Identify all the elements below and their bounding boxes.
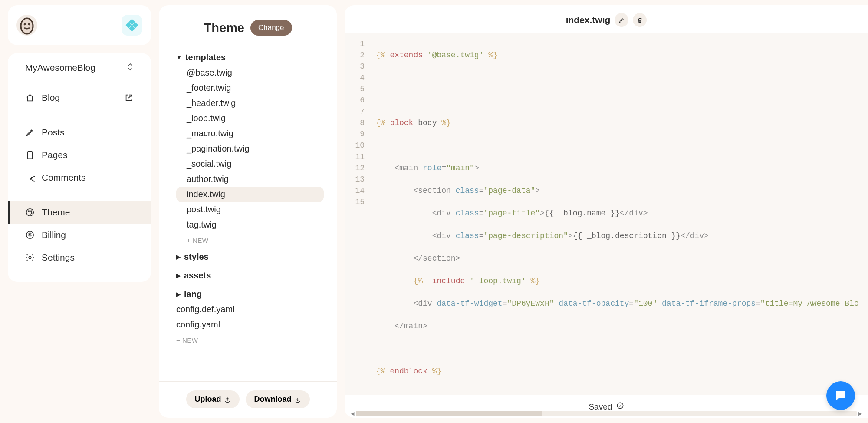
nav-card: MyAwesomeBlog Blog Posts Pages Comments	[8, 53, 151, 282]
scroll-left-icon[interactable]: ◀	[349, 411, 356, 416]
download-icon	[294, 396, 301, 403]
folder-label: lang	[184, 289, 202, 299]
nav-label: Posts	[42, 127, 65, 138]
pencil-icon	[25, 128, 35, 137]
change-theme-button[interactable]: Change	[250, 20, 292, 36]
horizontal-scrollbar[interactable]: ◀ ▶	[349, 411, 864, 416]
sidebar-item-comments[interactable]: Comments	[8, 166, 151, 189]
file-item[interactable]: _pagination.twig	[176, 141, 324, 156]
editor-footer: Saved ◀ ▶	[345, 395, 868, 418]
file-item[interactable]: config.yaml	[176, 317, 324, 332]
svg-point-0	[21, 18, 33, 34]
sidebar-item-billing[interactable]: Billing	[8, 224, 151, 246]
pencil-icon	[618, 17, 625, 23]
svg-rect-7	[28, 152, 33, 159]
scrollbar-track[interactable]	[356, 411, 857, 416]
folder-label: styles	[184, 252, 209, 262]
nav-label: Pages	[42, 150, 68, 160]
file-panel: Theme Change ▼ templates @base.twig _foo…	[159, 5, 337, 418]
folder-label: assets	[184, 271, 211, 281]
folder-lang[interactable]: ▶ lang	[176, 283, 324, 302]
file-item[interactable]: post.twig	[176, 202, 324, 217]
folder-assets[interactable]: ▶ assets	[176, 264, 324, 283]
file-item[interactable]: _macro.twig	[176, 126, 324, 141]
svg-point-14	[617, 403, 623, 409]
home-icon	[25, 93, 35, 102]
palette-icon	[25, 208, 35, 217]
external-link-icon	[124, 93, 134, 102]
upload-icon	[224, 396, 231, 403]
file-item[interactable]: tag.twig	[176, 217, 324, 232]
avatar[interactable]	[16, 15, 37, 36]
page-icon	[25, 150, 35, 160]
upload-button[interactable]: Upload	[186, 390, 240, 408]
file-item[interactable]: author.twig	[176, 172, 324, 187]
sidebar-item-pages[interactable]: Pages	[8, 144, 151, 166]
panel-title: Theme	[204, 21, 244, 35]
saved-status: Saved	[589, 402, 624, 412]
folder-label: templates	[185, 53, 226, 63]
file-item-selected[interactable]: index.twig	[176, 187, 324, 202]
folder-templates[interactable]: ▼ templates	[176, 46, 324, 65]
caret-right-icon: ▶	[176, 254, 181, 260]
button-label: Download	[254, 395, 292, 404]
chevron-updown-icon	[127, 63, 134, 73]
file-item[interactable]: _loop.twig	[176, 111, 324, 126]
delete-button[interactable]	[633, 13, 647, 27]
chat-bubble-icon	[834, 389, 847, 402]
gear-icon	[25, 253, 35, 262]
scroll-right-icon[interactable]: ▶	[857, 411, 864, 416]
code-content[interactable]: {% extends '@base.twig' %} {% block body…	[371, 33, 868, 395]
rename-button[interactable]	[615, 13, 628, 27]
new-file-button[interactable]: + NEW	[176, 232, 324, 246]
editor-filename: index.twig	[566, 15, 611, 25]
chat-icon	[25, 173, 35, 182]
blog-name: MyAwesomeBlog	[25, 63, 95, 73]
caret-right-icon: ▶	[176, 291, 181, 297]
file-tree: ▼ templates @base.twig _footer.twig _hea…	[159, 46, 337, 382]
download-button[interactable]: Download	[246, 390, 310, 408]
line-gutter: 123456789101112131415	[345, 33, 371, 395]
new-file-button[interactable]: + NEW	[176, 332, 324, 346]
caret-down-icon: ▼	[176, 54, 182, 61]
file-item[interactable]: _social.twig	[176, 156, 324, 172]
file-item[interactable]: _footer.twig	[176, 80, 324, 96]
sidebar-item-blog[interactable]: Blog	[8, 86, 151, 109]
caret-right-icon: ▶	[176, 272, 181, 279]
svg-point-10	[31, 211, 32, 212]
editor-panel: index.twig 123456789101112131415 {% exte…	[345, 5, 868, 418]
file-item[interactable]: @base.twig	[176, 65, 324, 80]
file-panel-header: Theme Change	[159, 5, 337, 46]
sidebar-item-posts[interactable]: Posts	[8, 121, 151, 144]
nav-label: Settings	[42, 252, 75, 263]
scrollbar-thumb[interactable]	[356, 411, 542, 416]
trash-icon	[637, 17, 643, 23]
button-label: Upload	[195, 395, 221, 404]
svg-point-11	[31, 213, 32, 214]
sidebar-item-settings[interactable]: Settings	[8, 246, 151, 269]
svg-point-8	[26, 209, 34, 216]
file-panel-footer: Upload Download	[159, 382, 337, 418]
divider	[17, 83, 141, 83]
brand-card	[8, 5, 151, 45]
nav-label: Blog	[42, 93, 60, 103]
nav-label: Billing	[42, 230, 66, 240]
editor-header: index.twig	[345, 5, 868, 33]
nav-label: Theme	[42, 207, 70, 218]
svg-point-13	[29, 256, 31, 259]
brand-diamond-icon[interactable]	[122, 15, 142, 36]
sidebar-item-theme[interactable]: Theme	[8, 201, 151, 224]
nav-label: Comments	[42, 172, 86, 183]
face-icon	[16, 15, 37, 36]
svg-point-9	[28, 211, 29, 212]
file-item[interactable]: config.def.yaml	[176, 302, 324, 317]
svg-point-2	[28, 23, 30, 26]
svg-point-1	[24, 23, 26, 26]
blog-selector[interactable]: MyAwesomeBlog	[8, 63, 151, 83]
code-editor[interactable]: 123456789101112131415 {% extends '@base.…	[345, 33, 868, 395]
chat-fab[interactable]	[826, 381, 855, 410]
folder-styles[interactable]: ▶ styles	[176, 246, 324, 264]
file-item[interactable]: _header.twig	[176, 96, 324, 111]
check-circle-icon	[615, 402, 624, 410]
dollar-icon	[25, 230, 35, 240]
